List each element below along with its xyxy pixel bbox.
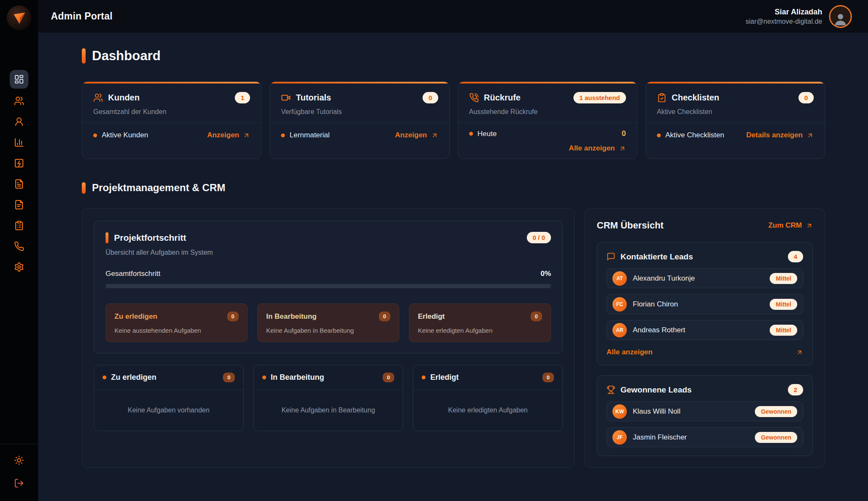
- card-accent-bar: [106, 232, 108, 243]
- stat-card-checklisten: Checklisten 0 Aktive Checklisten Aktive …: [645, 81, 825, 159]
- sidebar: [0, 0, 38, 501]
- row-label: Heute: [478, 130, 497, 138]
- contacted-leads-title: Kontaktierte Leads: [620, 252, 693, 262]
- project-card-subtitle: Übersicht aller Aufgaben im System: [106, 249, 551, 256]
- anzeigen-link[interactable]: Anzeigen: [395, 131, 438, 139]
- logo-arrow-icon: [11, 9, 28, 26]
- sidebar-item-notes[interactable]: [14, 200, 24, 210]
- lead-row[interactable]: JF Jasmin Fleischer Gewonnen: [606, 427, 803, 447]
- card-subtitle: Gesamtzahl der Kunden: [93, 108, 250, 116]
- card-subtitle: Aktive Checklisten: [657, 108, 814, 116]
- app-logo[interactable]: [7, 6, 31, 30]
- user-avatar[interactable]: [829, 5, 852, 28]
- contacted-count-badge: 4: [788, 251, 803, 262]
- video-icon: [281, 93, 291, 103]
- kanban-count-badge: 0: [223, 373, 234, 382]
- link-label: Alle anzeigen: [606, 348, 653, 356]
- stat-card-rueckrufe: Rückrufe 1 ausstehend Ausstehende Rückru…: [458, 81, 637, 159]
- status-label: Zu erledigen: [114, 312, 157, 321]
- sidebar-item-dashboard[interactable]: [10, 70, 28, 89]
- avatar: JF: [612, 430, 627, 445]
- row-label: Aktive Checklisten: [665, 131, 724, 139]
- empty-state-text: Keine Aufgaben in Bearbeitung: [281, 406, 375, 414]
- arrow-up-right-icon[interactable]: [796, 349, 803, 356]
- bullet-dot: [93, 134, 97, 137]
- theme-toggle-sun-icon[interactable]: [14, 455, 24, 465]
- sidebar-item-statistics[interactable]: [14, 137, 24, 148]
- lead-name: Klaus Willi Noll: [633, 407, 680, 416]
- logout-button[interactable]: [14, 478, 24, 488]
- card-title: Checklisten: [672, 93, 719, 103]
- kanban-label: In Bearbeitung: [271, 373, 324, 382]
- card-subtitle: Ausstehende Rückrufe: [469, 108, 626, 116]
- trophy-icon: [606, 385, 615, 394]
- project-progress-card: Projektfortschritt 0 / 0 Übersicht aller…: [94, 221, 563, 353]
- section-accent-bar: [82, 182, 86, 194]
- page-title: Dashboard: [92, 48, 161, 64]
- status-subtitle: Keine erledigten Aufgaben: [418, 327, 542, 334]
- count-badge: 1: [235, 92, 250, 103]
- sidebar-item-documents[interactable]: [14, 179, 24, 189]
- link-label: Anzeigen: [395, 131, 427, 139]
- message-square-icon: [606, 252, 615, 261]
- bullet-dot: [262, 376, 266, 379]
- arrow-up-right-icon: [243, 132, 250, 139]
- sidebar-item-settings[interactable]: [14, 262, 24, 272]
- lead-status-badge: Gewonnen: [755, 432, 797, 443]
- details-anzeigen-link[interactable]: Details anzeigen: [746, 131, 814, 139]
- crm-title: CRM Übersicht: [597, 220, 664, 231]
- sidebar-item-checklists[interactable]: [14, 220, 24, 231]
- progress-label: Gesamtfortschritt: [106, 270, 160, 278]
- alle-anzeigen-link[interactable]: Alle anzeigen: [606, 348, 653, 356]
- stat-card-tutorials: Tutorials 0 Verfügbare Tutorials Lernmat…: [270, 81, 449, 159]
- empty-state-text: Keine Aufgaben vorhanden: [128, 406, 209, 414]
- lead-row[interactable]: KW Klaus Willi Noll Gewonnen: [606, 401, 803, 421]
- bullet-dot: [422, 376, 426, 379]
- anzeigen-link[interactable]: Anzeigen: [207, 131, 250, 139]
- won-count-badge: 2: [788, 384, 803, 395]
- sidebar-item-users[interactable]: [14, 117, 24, 127]
- avatar: AR: [612, 323, 627, 337]
- project-card-title: Projektfortschritt: [114, 233, 186, 243]
- kanban-card-in-progress: In Bearbeitung 0 Keine Aufgaben in Bearb…: [253, 365, 403, 431]
- lead-row[interactable]: AT Alexandru Turkonje Mittel: [606, 268, 803, 288]
- sidebar-nav: [10, 73, 28, 272]
- title-accent-bar: [82, 48, 86, 64]
- users-icon: [93, 93, 103, 103]
- sidebar-item-actions[interactable]: [14, 158, 24, 168]
- status-subtitle: Keine Aufgaben in Bearbeitung: [266, 327, 390, 334]
- bullet-dot: [657, 134, 661, 137]
- arrow-up-right-icon: [619, 145, 626, 152]
- kanban-label: Zu erledigen: [111, 373, 156, 382]
- avatar: FC: [612, 297, 627, 312]
- status-count-badge: 0: [531, 312, 542, 321]
- alle-anzeigen-link[interactable]: Alle anzeigen: [569, 144, 626, 153]
- arrow-up-right-icon: [807, 132, 814, 139]
- lead-row[interactable]: FC Florian Chiron Mittel: [606, 294, 803, 314]
- clipboard-check-icon: [657, 93, 667, 103]
- lead-status-badge: Gewonnen: [755, 406, 797, 417]
- pending-badge: 1 ausstehend: [573, 92, 626, 103]
- card-title: Rückrufe: [484, 93, 521, 103]
- sidebar-item-customers[interactable]: [14, 96, 24, 106]
- count-badge: 0: [423, 92, 438, 103]
- status-count-badge: 0: [379, 312, 390, 321]
- lead-row[interactable]: AR Andreas Rothert Mittel: [606, 320, 803, 340]
- sidebar-item-callbacks[interactable]: [14, 241, 24, 251]
- phone-call-icon: [469, 93, 479, 103]
- row-label: Aktive Kunden: [102, 131, 148, 139]
- task-ratio-badge: 0 / 0: [527, 232, 551, 243]
- kanban-row: Zu erledigen 0 Keine Aufgaben vorhanden …: [94, 365, 563, 431]
- kanban-label: Erledigt: [430, 373, 459, 382]
- status-label: Erledigt: [418, 312, 445, 321]
- progress-bar: [106, 284, 551, 288]
- bullet-dot: [281, 134, 285, 137]
- stat-card-kunden: Kunden 1 Gesamtzahl der Kunden Aktive Ku…: [82, 81, 262, 159]
- progress-value: 0%: [540, 270, 551, 278]
- user-name: Siar Alizadah: [746, 8, 822, 17]
- zum-crm-link[interactable]: Zum CRM: [768, 221, 813, 230]
- bullet-dot: [469, 132, 473, 136]
- dashboard-content: Dashboard Kunden 1 Gesamtzahl der Kunden…: [38, 33, 868, 485]
- status-box-todo: Zu erledigen 0 Keine ausstehenden Aufgab…: [106, 303, 248, 342]
- link-label: Anzeigen: [207, 131, 239, 139]
